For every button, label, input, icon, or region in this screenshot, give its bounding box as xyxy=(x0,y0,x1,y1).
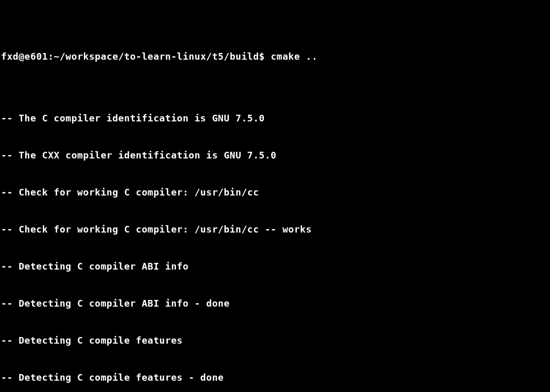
cmake-line: -- Detecting C compiler ABI info xyxy=(1,260,549,273)
prompt-dollar: $ xyxy=(259,51,264,62)
cmake-line: -- The C compiler identification is GNU … xyxy=(1,112,549,124)
cmake-line: -- Check for working C compiler: /usr/bi… xyxy=(1,223,549,236)
cmake-line: -- Detecting C compile features - done xyxy=(1,371,549,384)
cmake-line: -- Detecting C compiler ABI info - done xyxy=(1,297,549,310)
cmake-line: -- The CXX compiler identification is GN… xyxy=(1,149,549,162)
cmake-line: -- Detecting C compile features xyxy=(1,334,549,347)
prompt-path: ~/workspace/to-learn-linux/t5/build xyxy=(54,51,259,62)
terminal[interactable]: fxd@e601:~/workspace/to-learn-linux/t5/b… xyxy=(0,0,550,392)
prompt-user: fxd xyxy=(1,51,19,62)
cmake-line: -- Check for working C compiler: /usr/bi… xyxy=(1,186,549,199)
prompt-host: e601 xyxy=(25,51,48,62)
cmd-cmake: cmake .. xyxy=(271,51,317,62)
spacer xyxy=(265,51,271,62)
prompt-colon: : xyxy=(48,51,54,62)
prompt-at: @ xyxy=(19,51,24,62)
prompt-line-cmake[interactable]: fxd@e601:~/workspace/to-learn-linux/t5/b… xyxy=(1,50,549,63)
